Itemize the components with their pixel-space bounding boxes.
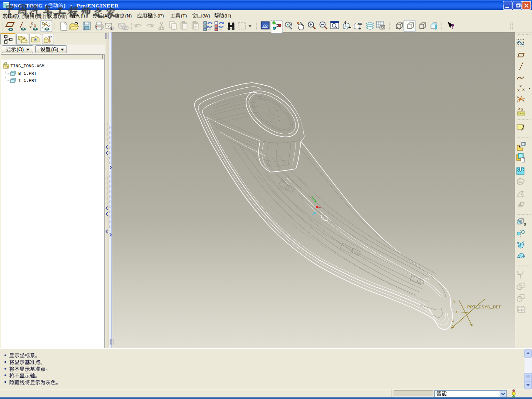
svg-text:(O): (O) [17,47,24,52]
svg-text:z: z [42,27,43,30]
svg-text:x: x [518,106,520,111]
svg-text:PRT_CSYS_DEF: PRT_CSYS_DEF [467,304,502,310]
svg-text:(W): (W) [202,13,210,18]
svg-text:B_1.PRT: B_1.PRT [18,71,37,76]
svg-text:(T): (T) [181,13,187,18]
svg-text:z: z [452,318,454,323]
svg-text:(P): (P) [158,13,164,18]
svg-text:(H): (H) [224,13,231,18]
svg-text:y: y [42,21,43,25]
svg-text:TING_TONG.ASM: TING_TONG.ASM [10,64,44,69]
svg-text:x: x [520,84,522,88]
svg-text:AB: AB [357,22,362,26]
svg-text:x: x [523,99,525,102]
svg-text:x: x [521,107,523,111]
svg-text:z: z [517,101,518,103]
svg-text:?: ? [451,22,455,30]
svg-text:x: x [456,310,458,314]
svg-text:!: ! [111,27,112,31]
svg-text:y: y [453,299,456,303]
svg-text:T_1.PRT: T_1.PRT [18,78,37,83]
svg-text:): ) [64,2,66,9]
svg-text:x: x [34,23,36,27]
svg-text:(G): (G) [51,47,58,52]
svg-text:(N): (N) [125,13,132,18]
svg-text:x: x [30,25,32,29]
svg-text:www.cartech8.com: www.cartech8.com [3,13,68,20]
svg-text:y: y [517,95,518,99]
svg-text:x: x [49,24,50,27]
svg-text:x: x [522,87,525,91]
svg-text:x: x [517,88,520,92]
